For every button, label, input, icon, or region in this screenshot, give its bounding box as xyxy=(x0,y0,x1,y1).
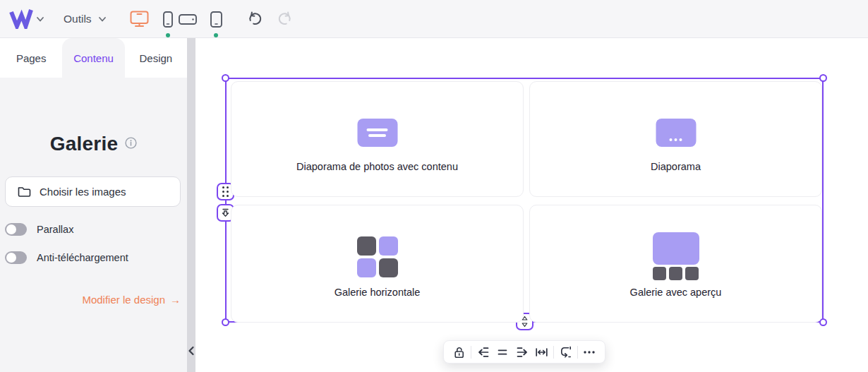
tools-menu[interactable]: Outils xyxy=(64,11,107,28)
choose-images-button[interactable]: Choisir les images xyxy=(5,176,181,207)
arrow-right-icon: → xyxy=(170,294,181,306)
undo-button[interactable] xyxy=(247,11,264,28)
toggle-knob xyxy=(6,224,16,234)
device-tablet-button[interactable] xyxy=(206,9,226,29)
info-icon[interactable] xyxy=(125,137,137,149)
tab-contenu[interactable]: Contenu xyxy=(62,38,124,78)
sidebar-collapse-strip xyxy=(187,38,195,372)
gallery-option-horizontal[interactable]: Galerie horizontale xyxy=(231,205,524,323)
gallery-with-preview-icon xyxy=(653,232,699,280)
card-label: Galerie avec aperçu xyxy=(530,287,821,298)
device-phone-landscape-button[interactable] xyxy=(178,9,198,29)
toolbar-divider xyxy=(471,346,471,359)
resize-icon xyxy=(559,345,572,359)
app-logo[interactable] xyxy=(9,8,33,29)
resize-block-button[interactable] xyxy=(557,344,573,360)
tab-pages-label: Pages xyxy=(16,52,47,64)
toggle-anti-download[interactable]: Anti-téléchargement xyxy=(5,251,128,264)
resize-handle-bottom-left[interactable] xyxy=(222,318,229,326)
topbar: Outils xyxy=(0,0,868,38)
tablet-icon xyxy=(210,11,222,28)
tab-pages[interactable]: Pages xyxy=(0,38,62,78)
tab-design[interactable]: Design xyxy=(125,38,187,78)
smartphone-icon xyxy=(163,11,173,28)
tablet-status-dot xyxy=(214,33,218,37)
card-label: Diaporama de photos avec contenu xyxy=(231,161,523,172)
w-logo-icon xyxy=(9,8,33,29)
undo-icon xyxy=(248,11,263,27)
chevron-down-icon xyxy=(98,16,107,23)
full-width-button[interactable] xyxy=(534,344,549,360)
tab-design-label: Design xyxy=(139,52,172,64)
phone-landscape-icon xyxy=(179,14,197,25)
toggle-parallax[interactable]: Parallax xyxy=(5,223,73,236)
sidebar-tabstrip: Pages Contenu Design xyxy=(0,38,187,78)
panel-title: Galerie xyxy=(50,133,118,155)
align-left-button[interactable] xyxy=(476,344,491,360)
align-left-icon xyxy=(477,347,490,358)
resize-handle-top-left[interactable] xyxy=(222,74,229,82)
gallery-option-slideshow-content[interactable]: Diaporama de photos avec contenu xyxy=(231,81,524,197)
sidebar-panel: Retour Galerie Choisir les images Parall… xyxy=(0,78,187,372)
toggle-track xyxy=(5,251,27,264)
smartphone-status-dot xyxy=(166,33,170,37)
unlock-button[interactable] xyxy=(452,344,467,360)
slideshow-with-content-icon xyxy=(357,119,397,147)
horizontal-gallery-icon xyxy=(357,236,398,277)
edit-design-label: Modifier le design xyxy=(82,294,165,306)
toolbar-divider xyxy=(577,346,578,359)
edit-design-link[interactable]: Modifier le design → xyxy=(82,294,181,306)
more-options-button[interactable] xyxy=(581,344,597,360)
folder-icon xyxy=(18,186,31,198)
align-center-icon xyxy=(496,347,509,358)
desktop-icon xyxy=(130,11,149,28)
panel-title-row: Galerie xyxy=(0,133,187,155)
gallery-option-preview[interactable]: Galerie avec aperçu xyxy=(529,205,822,323)
gallery-option-slideshow[interactable]: Diaporama xyxy=(529,81,822,197)
card-label: Diaporama xyxy=(530,161,821,172)
align-right-icon xyxy=(516,347,529,358)
unlock-icon xyxy=(453,346,466,359)
collapse-sidebar-chevron-icon[interactable] xyxy=(188,346,195,356)
full-width-icon xyxy=(535,347,548,358)
toggle-anti-download-label: Anti-téléchargement xyxy=(37,252,128,263)
toggle-track xyxy=(5,223,27,236)
arrow-down-bar-icon xyxy=(220,208,231,218)
align-center-button[interactable] xyxy=(495,344,510,360)
redo-icon xyxy=(277,11,292,27)
toggle-parallax-label: Parallax xyxy=(37,224,73,235)
resize-handle-top-right[interactable] xyxy=(819,74,827,82)
selected-block-outline: Diaporama de photos avec contenu Diapora… xyxy=(225,78,824,323)
more-dots-icon xyxy=(583,350,596,354)
toggle-knob xyxy=(6,253,16,263)
redo-button[interactable] xyxy=(276,11,293,28)
tab-contenu-label: Contenu xyxy=(73,52,114,64)
block-actions-toolbar xyxy=(443,340,605,364)
align-right-button[interactable] xyxy=(514,344,530,360)
toolbar-divider xyxy=(553,346,554,359)
device-desktop-button[interactable] xyxy=(129,9,149,29)
device-smartphone-button[interactable] xyxy=(158,9,178,29)
card-label: Galerie horizontale xyxy=(231,287,523,298)
drag-dots-icon xyxy=(222,186,229,197)
tools-label: Outils xyxy=(64,13,92,25)
logo-chevron-down-icon[interactable] xyxy=(36,16,44,23)
choose-images-label: Choisir les images xyxy=(40,186,126,198)
slideshow-icon xyxy=(656,119,696,147)
